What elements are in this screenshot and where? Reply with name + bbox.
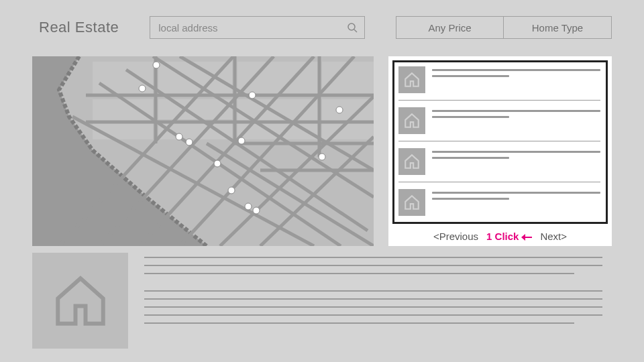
listing-panel[interactable] xyxy=(392,60,608,224)
svg-point-36 xyxy=(238,137,245,144)
previous-button[interactable]: <Previous xyxy=(433,231,478,242)
list-item-text xyxy=(432,66,600,81)
svg-point-41 xyxy=(253,207,260,214)
detail-house-icon xyxy=(32,253,128,349)
svg-point-30 xyxy=(153,62,160,68)
brand-title: Real Estate xyxy=(39,19,119,36)
svg-point-38 xyxy=(319,154,325,160)
detail-text xyxy=(144,253,612,349)
search-box[interactable] xyxy=(150,16,365,39)
house-icon xyxy=(398,107,425,134)
list-item-text xyxy=(432,148,600,163)
click-annotation: 1 Click xyxy=(486,231,532,242)
svg-point-40 xyxy=(245,203,252,210)
search-input[interactable] xyxy=(150,17,364,38)
list-item-text xyxy=(432,189,600,204)
arrow-left-icon xyxy=(521,232,532,241)
list-item[interactable] xyxy=(398,107,600,134)
house-icon xyxy=(398,189,425,216)
price-filter[interactable]: Any Price xyxy=(396,16,504,39)
list-item[interactable] xyxy=(398,148,600,175)
svg-point-32 xyxy=(249,92,256,99)
house-icon xyxy=(398,66,425,93)
home-type-filter[interactable]: Home Type xyxy=(504,16,612,39)
svg-point-31 xyxy=(139,85,146,92)
svg-point-35 xyxy=(186,139,193,145)
svg-point-39 xyxy=(228,187,235,194)
list-item-text xyxy=(432,107,600,122)
list-item[interactable] xyxy=(398,66,600,93)
svg-rect-5 xyxy=(322,62,374,94)
svg-point-37 xyxy=(214,160,221,167)
svg-point-33 xyxy=(336,107,343,113)
house-icon xyxy=(398,148,425,175)
svg-point-34 xyxy=(176,133,182,140)
next-button[interactable]: Next> xyxy=(540,231,567,242)
map-view[interactable] xyxy=(32,56,374,246)
detail-panel xyxy=(32,253,612,349)
list-item[interactable] xyxy=(398,189,600,216)
pagination: <Previous 1 Click Next> xyxy=(392,224,608,242)
